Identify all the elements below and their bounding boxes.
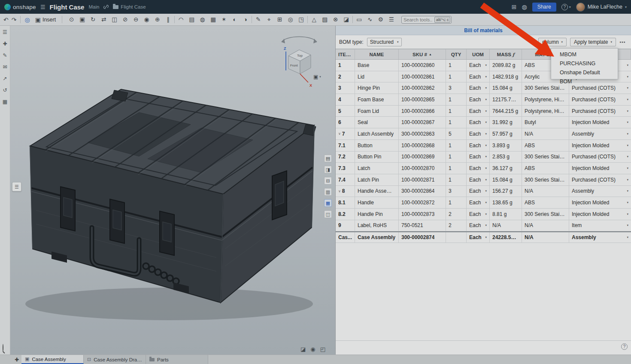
cylindrical-mate-icon[interactable]: ⊘ (120, 14, 130, 25)
insert-button[interactable]: ▣ Insert (33, 15, 58, 24)
bom-cell-process[interactable]: Item▾ (569, 220, 631, 231)
bom-cell-process[interactable]: Assembly▾ (569, 232, 631, 243)
graphics-viewport[interactable]: Top Front Z X ▣ ▾ ☰ ▤◨⊟▥▦◫ ◪◉◰ (10, 26, 335, 355)
pin-slot-mate-icon[interactable]: ⊖ (130, 14, 141, 25)
help-menu[interactable]: ? ▾ (561, 4, 571, 10)
bom-cell-uom[interactable]: Each▾ (467, 232, 490, 243)
bom-row[interactable]: 6Seal100-000028671Each▾31.992 gButylInje… (336, 117, 631, 128)
add-instance-icon[interactable]: ✚ (3, 41, 7, 47)
sketch-icon[interactable]: ✎ (253, 14, 264, 25)
header-name[interactable]: NAME (355, 49, 399, 59)
bom-help-button[interactable]: ? (621, 343, 628, 350)
display-panel-tab-icon[interactable]: ◫ (324, 210, 332, 218)
bom-cell-uom[interactable]: Each▾ (467, 94, 490, 105)
bom-cell-process[interactable]: Injection Molded▾ (569, 140, 631, 151)
properties-panel-tab-icon[interactable]: ◨ (324, 166, 332, 173)
bom-cell-process[interactable]: Injection Molded▾ (569, 117, 631, 128)
share-button[interactable]: Share (532, 3, 556, 12)
bom-cell-process[interactable]: Injection Molded▾ (569, 163, 631, 174)
row-expand-chevron-icon[interactable]: ∨ (338, 132, 341, 136)
bom-cell-uom[interactable]: Each▾ (467, 186, 490, 197)
section-view-icon[interactable]: ◪ (300, 346, 306, 352)
user-menu[interactable]: Mike LaFleche ▾ (576, 3, 627, 12)
bom-cell-uom[interactable]: Each▾ (467, 174, 490, 185)
comments-icon[interactable]: ✉ (3, 64, 7, 70)
bom-cell-uom[interactable]: Each▾ (467, 106, 490, 117)
header-uom[interactable]: UOM (467, 49, 490, 59)
replicate-icon[interactable]: ▦ (208, 14, 218, 25)
link-icon[interactable] (103, 4, 109, 9)
hole-icon[interactable]: ◎ (285, 14, 296, 25)
mate-icon[interactable]: ⊙ (66, 14, 77, 25)
header-sku[interactable]: SKU # ▲ (399, 49, 446, 59)
explode-slider-icon[interactable]: ◉ (310, 346, 315, 352)
header-mass[interactable]: MASS ƒ (490, 49, 522, 59)
apply-template-button[interactable]: Apply template ▾ (570, 38, 616, 46)
fastened-mate-icon[interactable]: ⊕ (152, 14, 163, 25)
history-icon[interactable]: ↺ (3, 87, 7, 93)
bom-cell-uom[interactable]: Each▾ (467, 71, 490, 82)
bom-row[interactable]: 8.2Handle Pin100-000028732Each▾8.81 g300… (336, 209, 631, 220)
bom-row[interactable]: 7.4Latch Pin100-000028711Each▾15.084 g30… (336, 174, 631, 186)
menu-item-onshape-default-bom[interactable]: Onshape Default BOM (551, 68, 618, 77)
bom-row[interactable]: 9Label, RoHS750-05212Each▾N/AN/AItem▾ (336, 220, 631, 232)
bom-row[interactable]: 4Foam Base100-000028651Each▾12175.755 gP… (336, 94, 631, 106)
main-menu-icon[interactable]: ☰ (40, 4, 46, 10)
search-tools-input[interactable] (403, 17, 433, 22)
menu-item-mbom[interactable]: MBOM (551, 50, 618, 59)
bom-cell-process[interactable]: Purchased (COTS)▾ (569, 152, 631, 163)
belt-icon[interactable]: ∿ (364, 14, 375, 25)
linked-document[interactable]: Flight Case (113, 4, 146, 9)
undo-icon[interactable]: ↶ (3, 16, 9, 23)
bom-cell-uom[interactable]: Each▾ (467, 209, 490, 220)
bom-cell-uom[interactable]: Each▾ (467, 220, 490, 231)
bom-cell-process[interactable]: Purchased (COTS)▾ (569, 174, 631, 185)
custom-tables-panel-tab-icon[interactable]: ⊟ (324, 177, 332, 185)
bom-cell-uom[interactable]: Each▾ (467, 60, 490, 71)
bom-cell-process[interactable]: Assembly▾ (569, 128, 631, 140)
bom-cell-uom[interactable]: Each▾ (467, 152, 490, 163)
bom-cell-uom[interactable]: Each▾ (467, 197, 490, 208)
header-item[interactable]: ITEM # (336, 49, 355, 59)
bom-row[interactable]: 7.1Button100-000028681Each▾3.893 gABSInj… (336, 140, 631, 152)
row-expand-chevron-icon[interactable]: ∨ (338, 189, 341, 193)
bom-row[interactable]: 7.2Button Pin100-000028691Each▾2.853 g30… (336, 152, 631, 163)
bom-row[interactable]: 8.1Handle100-000028721Each▾138.65 gABSIn… (336, 197, 631, 209)
interference-icon[interactable]: ▧ (319, 14, 330, 25)
structure-icon[interactable]: ☰ (386, 14, 397, 25)
measure-icon[interactable]: △ (309, 14, 319, 25)
bom-cell-process[interactable]: Injection Molded▾ (569, 209, 631, 220)
workspace-label[interactable]: Main (88, 4, 99, 9)
tab-case-assembly[interactable]: ▣Case Assembly (21, 355, 84, 364)
add-column-button[interactable]: column ▾ (538, 38, 567, 46)
tab-parts[interactable]: Parts (146, 355, 208, 364)
frame-icon[interactable]: ▭ (354, 14, 364, 25)
bom-overflow-menu-icon[interactable]: ⋯ (619, 39, 626, 46)
bom-cell-process[interactable]: Purchased (COTS)▾ (569, 106, 631, 117)
view-cube[interactable]: Top Front Z X (276, 29, 323, 89)
bom-row[interactable]: ∨7Latch Assembly300-000028635Each▾57.957… (336, 128, 631, 140)
explode-view-icon[interactable]: ✶ (218, 14, 229, 25)
named-views-icon[interactable]: ◰ (320, 346, 325, 352)
learning-center-icon[interactable]: ◍ (522, 3, 527, 10)
bom-cell-process[interactable]: Purchased (COTS)▾ (569, 94, 631, 105)
bom-row[interactable]: 3Hinge Pin100-000028623Each▾15.084 g300 … (336, 82, 631, 94)
bom-cell-uom[interactable]: Each▾ (467, 163, 490, 174)
assembly-feature-icon[interactable]: ⊞ (274, 14, 285, 25)
edit-in-context-icon[interactable]: ◎ (24, 16, 30, 23)
planar-mate-icon[interactable]: ◫ (109, 14, 120, 25)
bom-cell-process[interactable]: Injection Molded▾ (569, 197, 631, 208)
new-tab-button[interactable]: ✚ (12, 355, 21, 364)
bom-cell-process[interactable]: Assembly▾ (569, 186, 631, 197)
bom-cell-uom[interactable]: Each▾ (467, 128, 490, 140)
bom-row[interactable]: 7.3Latch100-000028701Each▾36.127 gABSInj… (336, 163, 631, 174)
section-view-icon[interactable]: ◪ (341, 14, 352, 25)
linear-pattern-icon[interactable]: ▤ (186, 14, 197, 25)
open-feature-list-button[interactable]: ☰ (12, 182, 21, 191)
apps-grid-icon[interactable]: ⊞ (512, 3, 517, 10)
center-of-mass-icon[interactable]: ⊗ (330, 14, 341, 25)
onshape-logo[interactable]: onshape (4, 4, 36, 10)
search-features-button[interactable] (3, 344, 3, 352)
header-qty[interactable]: QTY (446, 49, 467, 59)
mate-connector-icon[interactable]: ⌖ (264, 14, 274, 25)
